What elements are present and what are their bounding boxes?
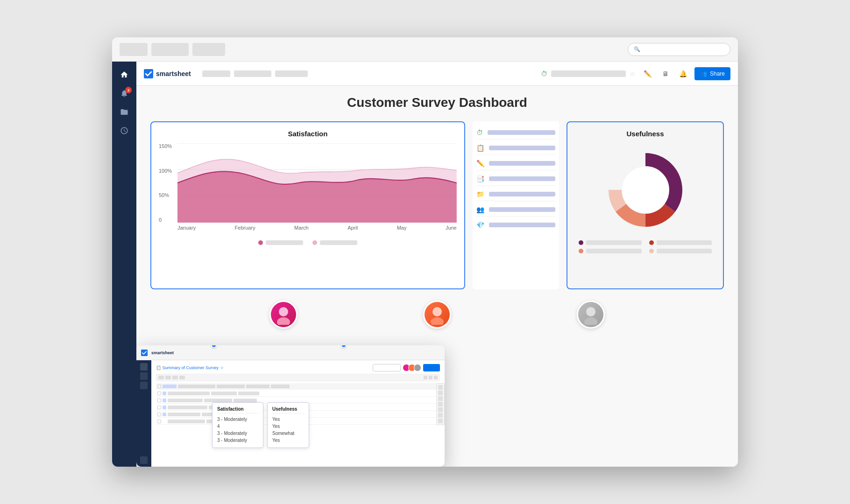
- overlay-top-actions: [373, 364, 440, 371]
- toolbar-btn-4: [179, 376, 185, 379]
- overlay-sheet-content: 📋 Summary of Customer Survey ☆: [151, 360, 445, 467]
- overlay-sheet-title: 📋 Summary of Customer Survey ☆: [156, 365, 224, 370]
- overlay-sidebar-btn-1: [140, 363, 148, 371]
- header-checkbox: [157, 385, 161, 388]
- browser-tabs: [120, 43, 622, 56]
- donut-legend-somewhat: [579, 249, 641, 253]
- home-icon: [120, 70, 128, 81]
- list-panel: ⏱ 📋 ✏️ 📑: [473, 121, 559, 289]
- donut-dot-no: [649, 240, 654, 245]
- legend-label-1: [266, 240, 303, 245]
- usefulness-card-title: Usefulness: [575, 130, 715, 138]
- folder-icon: [120, 108, 128, 118]
- y-label-150: 150%: [159, 143, 177, 149]
- list-icon-7: 💎: [476, 221, 484, 229]
- donut-legend-no: [649, 240, 712, 245]
- x-label-feb: February: [235, 225, 255, 237]
- row2-cell-3: [234, 399, 257, 402]
- list-icon-6: 👥: [476, 206, 484, 213]
- avatar-img-2: [425, 302, 450, 327]
- overlay-sheet-rows: Satisfaction 3 - Moderately 4 3 - Modera…: [156, 383, 440, 425]
- row5-expand: [163, 420, 166, 423]
- edit-button[interactable]: ✏️: [641, 67, 654, 80]
- sidebar-item-home[interactable]: [116, 67, 133, 84]
- overlay-top-bar: 📋 Summary of Customer Survey ☆: [156, 364, 440, 371]
- row4-checkbox: [157, 413, 161, 416]
- svg-point-10: [279, 307, 288, 316]
- breadcrumb-item-3[interactable]: [275, 70, 308, 77]
- list-bar-5: [489, 192, 555, 196]
- overlay-avatar-3: [414, 364, 421, 371]
- header-cell-2: [217, 385, 245, 388]
- row1-cell-1: [168, 392, 210, 395]
- legend-item-1: [258, 240, 303, 245]
- side-icon-1: [438, 385, 443, 390]
- browser-tab-2[interactable]: [151, 43, 189, 56]
- x-label-apr: April: [347, 225, 358, 237]
- sheet-header-row: [156, 383, 440, 390]
- usefulness-row-2: Yes: [272, 423, 304, 430]
- overlay-mini-sidebar: [136, 360, 151, 467]
- list-icon-2: 📋: [476, 144, 484, 152]
- svg-point-15: [584, 317, 597, 325]
- svg-point-13: [431, 317, 444, 325]
- satisfaction-row-2: 4: [217, 423, 258, 430]
- browser-window: 🔍 3: [112, 37, 738, 467]
- list-bar-7: [489, 223, 555, 227]
- donut-area: [575, 143, 715, 237]
- sidebar-item-recent[interactable]: [116, 123, 133, 140]
- present-button[interactable]: 🖥: [659, 67, 672, 80]
- side-icons-panel: [436, 383, 445, 425]
- y-label-0: 0: [159, 217, 177, 223]
- avatars-section: [150, 301, 724, 329]
- header-breadcrumb: [202, 70, 535, 77]
- overlay-search-box[interactable]: [373, 364, 401, 371]
- avatar-img-3: [578, 302, 603, 327]
- list-bar-1: [488, 130, 555, 135]
- browser-bar: 🔍: [112, 37, 738, 62]
- row3-cell-1: [168, 406, 207, 409]
- donut-label-no: [657, 240, 712, 245]
- satisfaction-svg-area: [177, 143, 457, 223]
- sidebar-item-browse[interactable]: [116, 105, 133, 121]
- svg-point-11: [277, 317, 290, 325]
- overlay-share-btn[interactable]: [423, 364, 440, 371]
- app-container: 3 smartsh: [112, 62, 738, 467]
- notify-button[interactable]: 🔔: [677, 67, 690, 80]
- overlay-logo-text: smartsheet: [151, 350, 174, 355]
- smartsheet-logo-icon: [144, 69, 153, 78]
- person-svg-1: [273, 304, 294, 325]
- share-icon: 👥: [700, 70, 707, 77]
- browser-tab-1[interactable]: [120, 43, 148, 56]
- x-label-may: May: [397, 225, 407, 237]
- row2-expand: [163, 399, 166, 402]
- list-icon-4: 📑: [476, 175, 484, 182]
- list-bar-6: [489, 207, 555, 212]
- toolbar-btn-3: [172, 376, 178, 379]
- satisfaction-row-3: 3 - Moderately: [217, 430, 258, 437]
- browser-tab-3[interactable]: [192, 43, 225, 56]
- legend-label-2: [320, 240, 357, 245]
- header-actions: ✏️ 🖥 🔔 👥 Share: [641, 67, 730, 80]
- toolbar-btn-2: [165, 376, 171, 379]
- logo-area: smartsheet: [144, 69, 191, 78]
- overlay-window: smartsheet: [136, 345, 445, 467]
- header-cell-1: [178, 385, 215, 388]
- x-label-jan: January: [177, 225, 196, 237]
- donut-label-na: [657, 249, 712, 253]
- list-row-3: ✏️: [476, 157, 555, 170]
- row3-expand: [163, 406, 166, 409]
- breadcrumb-item-1[interactable]: [202, 70, 230, 77]
- share-button[interactable]: 👥 Share: [694, 67, 730, 80]
- person-svg-2: [427, 304, 447, 325]
- toolbar-right-icon-1: [424, 376, 427, 379]
- sidebar-item-notifications[interactable]: 3: [116, 86, 133, 103]
- favorite-star[interactable]: ☆: [630, 70, 636, 77]
- browser-search-bar[interactable]: 🔍: [628, 43, 730, 56]
- header-cell-3: [246, 385, 269, 388]
- avatar-img-1: [271, 302, 296, 327]
- breadcrumb-item-2[interactable]: [234, 70, 271, 77]
- y-label-100: 100%: [159, 168, 177, 174]
- svg-point-9: [622, 167, 669, 213]
- timer-icon: ⏱: [541, 70, 547, 77]
